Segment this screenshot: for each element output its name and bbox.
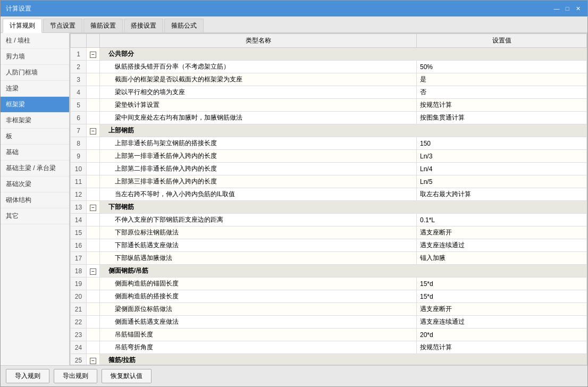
table-row[interactable]: 6 梁中间支座处左右均有加腋时，加腋钢筋做法 按图集贯通计算 xyxy=(71,112,587,124)
col-name-header: 类型名称 xyxy=(100,34,417,48)
table-row[interactable]: 7 − 上部钢筋 xyxy=(71,124,587,137)
row-number: 8 xyxy=(71,137,87,150)
table-row[interactable]: 5 梁垫铁计算设置 按规范计算 xyxy=(71,99,587,112)
tab-node-settings[interactable]: 节点设置 xyxy=(43,19,82,32)
toggle-cell[interactable]: − xyxy=(87,48,100,61)
table-row[interactable]: 1 − 公共部分 xyxy=(71,48,587,61)
setting-value[interactable]: 按规范计算 xyxy=(417,99,587,112)
setting-value[interactable]: 150 xyxy=(417,137,587,150)
setting-value[interactable]: 遇支座连续通过 xyxy=(417,239,587,252)
table-row[interactable]: 19 侧面构造筋的锚固长度 15*d xyxy=(71,277,587,290)
toggle-cell xyxy=(87,303,100,316)
tab-stirrup-settings[interactable]: 箍筋设置 xyxy=(83,19,123,32)
setting-value[interactable]: Ln/3 xyxy=(417,150,587,163)
sidebar-item-shear-wall[interactable]: 剪力墙 xyxy=(1,49,69,65)
table-row[interactable]: 21 梁侧面原位标筋做法 遇支座断开 xyxy=(71,303,587,316)
table-row[interactable]: 20 侧面构造筋的搭接长度 15*d xyxy=(71,290,587,303)
table-row[interactable]: 10 上部第二排非通长筋伸入跨内的长度 Ln/4 xyxy=(71,163,587,175)
toggle-cell[interactable]: − xyxy=(87,201,100,214)
toggle-cell[interactable]: − xyxy=(87,265,100,277)
collapse-toggle[interactable]: − xyxy=(90,205,96,211)
sidebar-item-coupling-beam[interactable]: 连梁 xyxy=(1,81,69,97)
settings-table-container[interactable]: 类型名称 设置值 1 − 公共部分 2 纵筋搭接头错开百分率（不考虑架立筋） 5… xyxy=(70,33,587,365)
close-button[interactable]: ✕ xyxy=(574,4,582,13)
setting-value[interactable]: 是 xyxy=(417,73,587,86)
setting-value[interactable]: 否 xyxy=(417,86,587,99)
cell-value: 20*d xyxy=(420,331,433,339)
sidebar-item-foundation-main-beam[interactable]: 基础主梁 / 承台梁 xyxy=(1,161,69,176)
window-title: 计算设置 xyxy=(6,4,31,13)
sidebar-item-masonry[interactable]: 砌体结构 xyxy=(1,192,69,208)
sidebar-item-foundation[interactable]: 基础 xyxy=(1,145,69,161)
setting-name: 下部原位标注钢筋做法 xyxy=(100,226,417,239)
export-rules-button[interactable]: 导出规则 xyxy=(54,369,97,383)
table-row[interactable]: 18 − 侧面钢筋/吊筋 xyxy=(71,265,587,277)
table-row[interactable]: 4 梁以平行相交的墙为支座 否 xyxy=(71,86,587,99)
setting-value[interactable]: 按规范计算 xyxy=(417,341,587,354)
sidebar-item-other[interactable]: 其它 xyxy=(1,208,69,224)
setting-value[interactable]: Ln/4 xyxy=(417,163,587,175)
table-row[interactable]: 11 上部第三排非通长筋伸入跨内的长度 Ln/5 xyxy=(71,175,587,188)
cell-value: 取左右最大跨计算 xyxy=(420,190,471,198)
toggle-cell xyxy=(87,226,100,239)
collapse-toggle[interactable]: − xyxy=(90,128,96,134)
toggle-cell xyxy=(87,252,100,265)
table-row[interactable]: 13 − 下部钢筋 xyxy=(71,201,587,214)
import-rules-button[interactable]: 导入规则 xyxy=(6,369,49,383)
setting-value[interactable]: 锚入加腋 xyxy=(417,252,587,265)
setting-value[interactable]: 20*d xyxy=(417,329,587,341)
section-name: 下部钢筋 xyxy=(100,201,587,214)
cell-value: Ln/5 xyxy=(420,178,432,186)
table-row[interactable]: 2 纵筋搭接头错开百分率（不考虑架立筋） 50% xyxy=(71,61,587,73)
maximize-button[interactable]: □ xyxy=(563,4,572,13)
sidebar-item-civil-defense[interactable]: 人防门框墙 xyxy=(1,65,69,81)
toggle-cell xyxy=(87,188,100,201)
table-row[interactable]: 12 当左右跨不等时，伸入小跨内负筋的IL取值 取左右最大跨计算 xyxy=(71,188,587,201)
minimize-button[interactable]: — xyxy=(552,4,561,13)
table-row[interactable]: 17 下部纵筋遇加腋做法 锚入加腋 xyxy=(71,252,587,265)
sidebar-item-foundation-secondary-beam[interactable]: 基础次梁 xyxy=(1,176,69,192)
setting-value[interactable]: 15*d xyxy=(417,277,587,290)
table-row[interactable]: 24 吊筋弯折角度 按规范计算 xyxy=(71,341,587,354)
cell-value: 遇支座断开 xyxy=(420,305,452,313)
setting-value[interactable]: Ln/5 xyxy=(417,175,587,188)
table-row[interactable]: 16 下部通长筋遇支座做法 遇支座连续通过 xyxy=(71,239,587,252)
collapse-toggle[interactable]: − xyxy=(90,358,96,364)
sidebar-item-frame-beam[interactable]: 框架梁 xyxy=(1,97,69,113)
setting-name: 不伸入支座的下部钢筋距支座边的距离 xyxy=(100,214,417,226)
table-row[interactable]: 8 上部非通长筋与架立钢筋的搭接长度 150 xyxy=(71,137,587,150)
table-row[interactable]: 3 截面小的框架梁是否以截面大的框架梁为支座 是 xyxy=(71,73,587,86)
row-number: 4 xyxy=(71,86,87,99)
table-row[interactable]: 14 不伸入支座的下部钢筋距支座边的距离 0.1*L xyxy=(71,214,587,226)
toggle-cell[interactable]: − xyxy=(87,124,100,137)
setting-value[interactable]: 0.1*L xyxy=(417,214,587,226)
tab-splice-settings[interactable]: 搭接设置 xyxy=(124,19,163,32)
table-row[interactable]: 9 上部第一排非通长筋伸入跨内的长度 Ln/3 xyxy=(71,150,587,163)
row-number: 12 xyxy=(71,188,87,201)
table-row[interactable]: 25 − 箍筋/拉筋 xyxy=(71,354,587,366)
table-row[interactable]: 22 侧面通长筋遇支座做法 遇支座连续通过 xyxy=(71,316,587,329)
setting-name: 下部纵筋遇加腋做法 xyxy=(100,252,417,265)
row-number: 1 xyxy=(71,48,87,61)
tab-calculation-rules[interactable]: 计算规则 xyxy=(3,19,42,33)
setting-value[interactable]: 遇支座连续通过 xyxy=(417,316,587,329)
setting-value[interactable]: 遇支座断开 xyxy=(417,226,587,239)
sidebar-item-non-frame-beam[interactable]: 非框架梁 xyxy=(1,113,69,129)
setting-value[interactable]: 15*d xyxy=(417,290,587,303)
collapse-toggle[interactable]: − xyxy=(90,52,96,58)
sidebar-item-slab[interactable]: 板 xyxy=(1,129,69,145)
sidebar-item-column[interactable]: 柱 / 墙柱 xyxy=(1,33,69,49)
toggle-cell xyxy=(87,112,100,124)
table-row[interactable]: 23 吊筋锚固长度 20*d xyxy=(71,329,587,341)
setting-name: 侧面通长筋遇支座做法 xyxy=(100,316,417,329)
setting-value[interactable]: 遇支座断开 xyxy=(417,303,587,316)
tab-stirrup-formula[interactable]: 箍筋公式 xyxy=(164,19,204,32)
collapse-toggle[interactable]: − xyxy=(90,268,96,275)
setting-value[interactable]: 按图集贯通计算 xyxy=(417,112,587,124)
table-row[interactable]: 15 下部原位标注钢筋做法 遇支座断开 xyxy=(71,226,587,239)
toggle-cell[interactable]: − xyxy=(87,354,100,366)
restore-defaults-button[interactable]: 恢复默认值 xyxy=(102,369,152,383)
setting-value[interactable]: 取左右最大跨计算 xyxy=(417,188,587,201)
setting-name: 梁以平行相交的墙为支座 xyxy=(100,86,417,99)
setting-value[interactable]: 50% xyxy=(417,61,587,73)
